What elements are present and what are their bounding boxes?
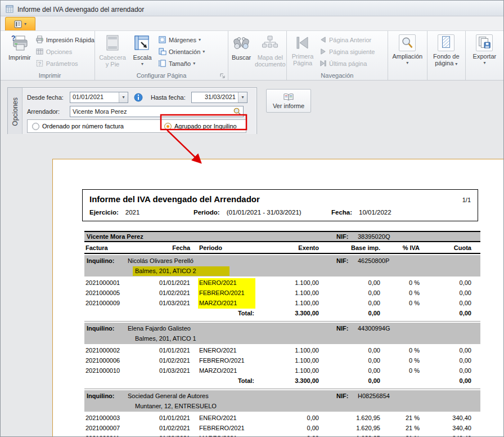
radio-ordenado-por-factura[interactable]: Ordenado por número factura xyxy=(32,123,164,130)
periodo-highlighted: FEBRERO/2021 xyxy=(198,288,255,298)
export-dropdown-arrow-icon: ▾ xyxy=(483,60,485,66)
invoice-row: 202100000101/01/2021ENERO/20211.100,000,… xyxy=(84,278,480,288)
header-footer-icon xyxy=(104,34,121,52)
page-background-icon xyxy=(438,34,454,51)
print-button[interactable]: ? Imprimir xyxy=(6,32,33,70)
margins-icon xyxy=(158,35,166,44)
invoice-row: 202100000601/02/2021FEBRERO/20211.100,00… xyxy=(84,356,480,366)
header-footer-button[interactable]: Cabecera y Pie xyxy=(96,32,129,70)
ribbon-group-exportar: Exportar ▾ xyxy=(466,31,503,80)
previous-page-icon xyxy=(320,36,327,43)
from-date-value: 01/01/2021 xyxy=(70,92,119,102)
report-header-box: Informe del IVA devengado del Arrendador… xyxy=(82,189,478,221)
margins-dropdown-arrow-icon: ▾ xyxy=(199,37,201,42)
zoom-dropdown-arrow-icon: ▾ xyxy=(406,60,408,66)
quick-print-button[interactable]: Impresión Rápida xyxy=(33,34,98,46)
size-icon xyxy=(158,59,166,68)
to-date-value: 31/03/2021 xyxy=(192,92,238,102)
ribbon: ? Imprimir Impresión Rápida Opciones ? P… xyxy=(1,31,503,81)
previous-page-button[interactable]: Página Anterior xyxy=(317,34,378,46)
svg-text:?: ? xyxy=(11,34,15,42)
tenant-address: Balmes, 201, ATICO 1 xyxy=(133,334,230,344)
report-preview-area: Informe del IVA devengado del Arrendador… xyxy=(1,134,503,437)
landlord-field[interactable]: Vicente Mora Perez xyxy=(70,106,244,117)
landlord-name: Vicente Mora Perez xyxy=(84,233,336,240)
view-report-button[interactable]: Ver informe xyxy=(266,89,311,113)
page-background-button[interactable]: Fondo depágina ▾ xyxy=(429,32,464,70)
first-page-button[interactable]: Primera Página xyxy=(288,32,317,70)
group-label-configurar: Configurar Página xyxy=(96,72,227,80)
printer-icon: ? xyxy=(11,34,29,52)
to-date-dropdown-arrow-icon[interactable]: ▾ xyxy=(238,92,247,102)
margins-button[interactable]: Márgenes▾ xyxy=(156,34,208,46)
options-panel: Opciones Desde fecha: 01/01/2021 ▾ Hasta… xyxy=(7,87,257,136)
options-area: Opciones Desde fecha: 01/01/2021 ▾ Hasta… xyxy=(1,81,503,134)
tenant-band: Inquilino: Sociedad General de Autores N… xyxy=(84,390,480,412)
menu-tab[interactable]: ▾ xyxy=(5,17,35,30)
parameters-icon: ? xyxy=(35,59,44,68)
options-grid-icon xyxy=(35,47,44,56)
tenant-band: Inquilino: Nicolás Olivares Perelló NIF:… xyxy=(84,255,480,277)
size-dropdown-arrow-icon: ▾ xyxy=(193,61,195,66)
from-date-dropdown-arrow-icon[interactable]: ▾ xyxy=(119,92,128,102)
binoculars-icon xyxy=(232,34,250,52)
report-page-number: 1/1 xyxy=(462,197,471,203)
dialog-launcher-icon[interactable] xyxy=(220,73,226,79)
scale-icon xyxy=(133,34,151,52)
export-button[interactable]: Exportar ▾ xyxy=(467,32,502,70)
report-ejercicio: 2021 xyxy=(125,209,140,216)
tenant-name: Sociedad General de Autores xyxy=(120,391,336,401)
tenant-address: Muntaner, 12, ENTRESUELO xyxy=(133,402,245,411)
zoom-button[interactable]: Ampliación ▾ xyxy=(389,32,426,70)
from-date-combo[interactable]: 01/01/2021 ▾ xyxy=(70,92,128,103)
scale-dropdown-arrow-icon: ▾ xyxy=(141,61,143,68)
report-title: Informe del IVA devengado del Arrendador xyxy=(89,194,462,204)
periodo-highlighted: MARZO/2021 xyxy=(198,298,255,309)
size-button[interactable]: Tamaño▾ xyxy=(156,57,208,69)
find-button[interactable]: Buscar xyxy=(230,32,253,70)
periodo-highlighted: ENERO/2021 xyxy=(198,278,255,288)
tenant-address-highlighted: Balmes, 201, ATICO 2 xyxy=(133,266,230,276)
invoice-row: 202100000301/01/2021ENERO/20210,001.620,… xyxy=(84,413,480,423)
first-page-icon xyxy=(294,34,311,51)
print-parameters-button[interactable]: ? Parámetros xyxy=(33,57,98,69)
open-book-icon xyxy=(284,93,294,101)
ribbon-group-ampliacion: Ampliación ▾ xyxy=(388,31,428,80)
orientation-icon xyxy=(158,47,166,56)
ribbon-group-buscar: Buscar Mapa del documento xyxy=(228,31,287,80)
orientation-button[interactable]: Orientación▾ xyxy=(156,46,208,57)
landlord-value: Vicente Mora Perez xyxy=(70,107,233,116)
export-icon xyxy=(476,34,493,51)
quick-printer-icon xyxy=(35,35,44,44)
next-page-icon xyxy=(320,48,327,55)
radio-agrupado-por-inquilino[interactable]: Agrupado por Inquilino xyxy=(164,123,237,130)
group-divider xyxy=(84,389,480,389)
invoice-row: 202100001001/03/2021MARZO/20211.100,000,… xyxy=(84,366,480,376)
info-icon xyxy=(134,93,143,102)
ribbon-group-configurar-pagina: Cabecera y Pie Escala ▾ Márgenes▾ Orient… xyxy=(95,31,228,80)
report-periodo: (01/01/2021 - 31/03/2021) xyxy=(227,209,302,216)
group-total-row: Total:3.300,000,000,00 xyxy=(84,376,480,386)
document-map-button[interactable]: Mapa del documento xyxy=(253,32,287,70)
orientation-dropdown-arrow-icon: ▾ xyxy=(202,49,205,54)
report-fecha: 10/01/2022 xyxy=(359,209,392,216)
group-label-navegacion: Navegación xyxy=(288,72,386,80)
tenant-name: Elena Fajardo Galisteo xyxy=(120,324,336,333)
from-date-label: Desde fecha: xyxy=(27,94,70,101)
last-page-icon xyxy=(320,60,327,67)
ribbon-group-navegacion: Primera Página Página Anterior Página si… xyxy=(287,31,388,80)
scale-button[interactable]: Escala ▾ xyxy=(129,32,156,70)
print-options-button[interactable]: Opciones xyxy=(33,46,98,57)
tenant-band: Inquilino: Elena Fajardo Galisteo NIF: 4… xyxy=(84,323,480,344)
tenant-name: Nicolás Olivares Perelló xyxy=(120,256,336,266)
lookup-magnifier-icon[interactable] xyxy=(233,107,241,115)
sort-mode-radiogroup: Ordenado por número factura Agrupado por… xyxy=(27,119,246,133)
tenant-nif: 46250800P xyxy=(358,256,389,266)
next-page-button[interactable]: Página siguiente xyxy=(317,46,378,57)
invoice-row: 202100000901/03/2021MARZO/20211.100,000,… xyxy=(84,298,480,309)
menu-icon xyxy=(14,20,22,28)
landlord-band: Vicente Mora Perez NIF: 38395020Q xyxy=(84,231,480,242)
last-page-button[interactable]: Última página xyxy=(317,57,378,69)
to-date-combo[interactable]: 31/03/2021 ▾ xyxy=(191,92,248,103)
ribbon-group-imprimir: ? Imprimir Impresión Rápida Opciones ? P… xyxy=(5,31,95,80)
